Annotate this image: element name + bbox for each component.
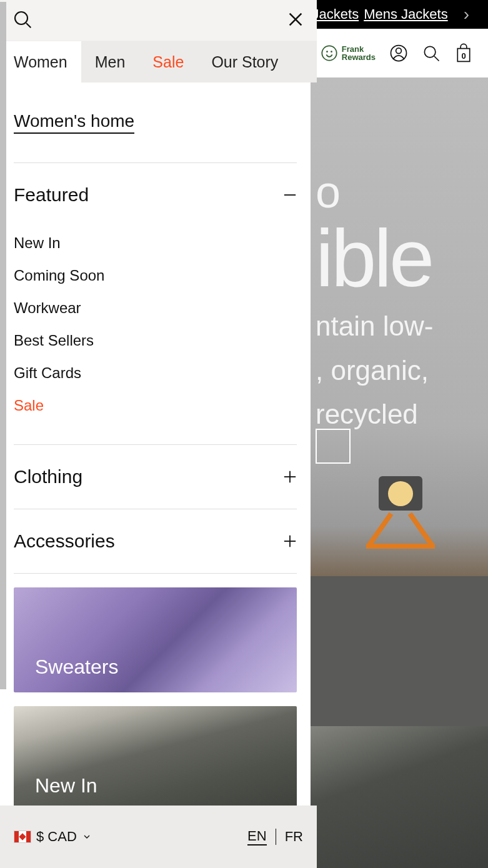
- promo-sweaters[interactable]: Sweaters: [14, 587, 297, 692]
- hero-line-1: ntain low-: [316, 310, 433, 343]
- currency-selector[interactable]: $ CAD: [14, 829, 92, 845]
- menu-top-row: [0, 0, 317, 41]
- hero-line-2: , organic,: [316, 354, 433, 387]
- svg-line-6: [434, 56, 439, 61]
- hero-headline: ible: [316, 217, 433, 299]
- mega-menu-panel: Women Men Sale Our Story Women's home Fe…: [0, 0, 317, 868]
- section-featured-title: Featured: [14, 184, 89, 206]
- hero-line-3: recycled: [316, 398, 433, 431]
- svg-line-14: [26, 23, 31, 27]
- plus-icon: [283, 470, 297, 484]
- currency-label: $ CAD: [36, 829, 77, 845]
- featured-workwear[interactable]: Workwear: [14, 292, 297, 324]
- chevron-down-icon: [82, 832, 92, 842]
- svg-point-13: [15, 12, 27, 24]
- rewards-text-2: Rewards: [342, 53, 376, 61]
- menu-tabs: Women Men Sale Our Story: [0, 41, 317, 82]
- section-featured-toggle[interactable]: Featured: [14, 163, 297, 227]
- rewards-link[interactable]: Frank Rewards: [321, 44, 376, 62]
- promo-new-in-label: New In: [35, 774, 97, 797]
- section-accessories-toggle[interactable]: Accessories: [14, 509, 297, 574]
- section-featured-items: New In Coming Soon Workwear Best Sellers…: [14, 227, 297, 445]
- promo-sweaters-label: Sweaters: [35, 656, 118, 679]
- lang-separator: [276, 829, 276, 845]
- svg-point-8: [388, 481, 413, 506]
- bag-button[interactable]: 0: [454, 42, 473, 64]
- scrollbar-thumb[interactable]: [0, 2, 6, 689]
- section-accessories-title: Accessories: [14, 531, 115, 552]
- featured-new-in[interactable]: New In: [14, 227, 297, 259]
- minus-icon: [283, 188, 297, 202]
- menu-scroll-area[interactable]: Women's home Featured New In Coming Soon…: [0, 82, 311, 806]
- lang-en[interactable]: EN: [247, 828, 267, 846]
- flag-canada-icon: [14, 831, 31, 843]
- tab-women[interactable]: Women: [0, 41, 81, 82]
- locale-bar: $ CAD EN FR: [0, 806, 317, 868]
- promo-new-in[interactable]: New In: [14, 706, 297, 806]
- tab-men[interactable]: Men: [81, 41, 139, 82]
- scrollbar-track[interactable]: [0, 2, 6, 796]
- svg-point-4: [396, 48, 402, 54]
- close-icon[interactable]: [287, 11, 304, 31]
- plus-icon: [283, 534, 297, 548]
- lang-fr[interactable]: FR: [285, 829, 303, 845]
- svg-point-0: [322, 46, 336, 60]
- work-lamp-icon: [351, 470, 451, 551]
- featured-gift-cards[interactable]: Gift Cards: [14, 357, 297, 389]
- svg-point-2: [331, 51, 332, 52]
- featured-sale[interactable]: Sale: [14, 389, 297, 422]
- bag-count: 0: [454, 51, 473, 61]
- section-clothing-title: Clothing: [14, 466, 82, 487]
- rewards-icon: [321, 44, 338, 62]
- section-clothing-toggle[interactable]: Clothing: [14, 445, 297, 509]
- search-icon[interactable]: [422, 44, 441, 62]
- womens-home-link[interactable]: Women's home: [14, 111, 134, 134]
- announcement-link-2[interactable]: Mens Jackets: [364, 6, 448, 22]
- account-icon[interactable]: [389, 44, 408, 62]
- tab-sale[interactable]: Sale: [139, 41, 197, 82]
- tab-our-story[interactable]: Our Story: [197, 41, 292, 82]
- svg-point-5: [424, 46, 436, 57]
- chevron-right-icon[interactable]: ›: [464, 4, 469, 24]
- svg-point-1: [326, 51, 328, 52]
- search-icon[interactable]: [12, 9, 32, 32]
- featured-coming-soon[interactable]: Coming Soon: [14, 259, 297, 292]
- hero-cta-box[interactable]: [316, 429, 351, 464]
- featured-best-sellers[interactable]: Best Sellers: [14, 324, 297, 357]
- language-switch: EN FR: [247, 828, 303, 846]
- hero-eyebrow: o: [316, 166, 433, 217]
